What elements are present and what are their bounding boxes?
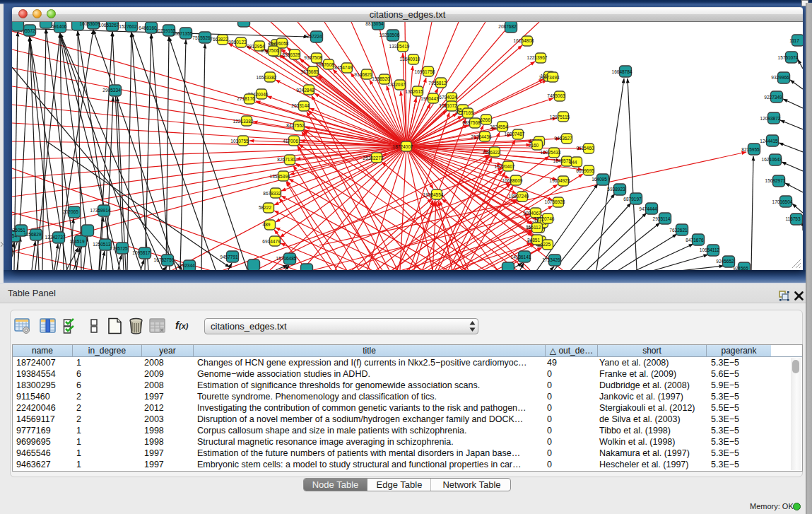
svg-text:9777169: 9777169 xyxy=(455,110,473,115)
svg-text:2718176: 2718176 xyxy=(237,96,255,101)
svg-text:12093872: 12093872 xyxy=(760,116,781,121)
svg-text:18807249: 18807249 xyxy=(509,194,529,199)
svg-text:12975115: 12975115 xyxy=(550,115,570,119)
svg-text:19218506: 19218506 xyxy=(379,33,400,37)
svg-text:1156829: 1156829 xyxy=(24,232,42,237)
svg-text:115112: 115112 xyxy=(526,225,541,230)
svg-text:9084067: 9084067 xyxy=(523,211,541,216)
svg-text:15716485: 15716485 xyxy=(276,256,297,261)
svg-text:9227349: 9227349 xyxy=(764,95,782,100)
svg-text:8454749: 8454749 xyxy=(334,65,353,70)
svg-text:15751074: 15751074 xyxy=(778,55,799,60)
svg-text:8678332: 8678332 xyxy=(263,191,281,196)
svg-text:10688609: 10688609 xyxy=(502,178,523,183)
svg-text:2935114: 2935114 xyxy=(653,216,671,221)
svg-text:10807487: 10807487 xyxy=(505,132,525,136)
svg-text:7663822: 7663822 xyxy=(210,37,228,42)
svg-text:7357224: 7357224 xyxy=(304,34,322,39)
svg-text:1527602: 1527602 xyxy=(119,24,137,29)
svg-text:6699695: 6699695 xyxy=(576,168,594,173)
svg-text:58222: 58222 xyxy=(259,205,271,210)
svg-text:9245652: 9245652 xyxy=(716,259,734,264)
svg-text:6914479: 6914479 xyxy=(262,239,281,244)
svg-text:924565: 924565 xyxy=(733,266,748,270)
svg-text:3624554: 3624554 xyxy=(490,124,508,129)
svg-text:13640910: 13640910 xyxy=(400,57,420,62)
svg-text:10654112: 10654112 xyxy=(700,247,720,252)
svg-text:16648784: 16648784 xyxy=(612,69,632,74)
svg-text:10973493: 10973493 xyxy=(539,75,560,80)
svg-text:5938923: 5938923 xyxy=(607,187,625,192)
svg-text:16543382: 16543382 xyxy=(257,75,277,80)
svg-text:7485063: 7485063 xyxy=(547,93,565,98)
svg-text:6466160: 6466160 xyxy=(139,25,157,30)
svg-text:9146821: 9146821 xyxy=(354,72,372,77)
svg-text:6879197: 6879197 xyxy=(623,197,642,201)
svg-text:1292344: 1292344 xyxy=(177,263,195,268)
svg-text:6897568: 6897568 xyxy=(462,120,481,125)
svg-text:8471676: 8471676 xyxy=(686,238,704,243)
svg-text:10653267: 10653267 xyxy=(99,23,119,28)
svg-text:164095: 164095 xyxy=(592,177,607,182)
svg-text:2160: 2160 xyxy=(529,143,539,148)
svg-text:13325419: 13325419 xyxy=(389,44,410,49)
svg-text:1733426: 1733426 xyxy=(542,257,560,262)
svg-text:6794024: 6794024 xyxy=(439,95,457,100)
svg-text:844: 844 xyxy=(570,160,577,165)
svg-text:9860123: 9860123 xyxy=(228,40,247,45)
svg-text:16961758: 16961758 xyxy=(415,69,435,74)
svg-text:1250513: 1250513 xyxy=(93,242,111,247)
svg-text:8267130: 8267130 xyxy=(277,157,295,162)
svg-text:1322037: 1322037 xyxy=(387,82,406,87)
svg-text:1010755: 1010755 xyxy=(230,139,249,144)
svg-text:16782759: 16782759 xyxy=(154,257,175,262)
svg-text:1621072: 1621072 xyxy=(439,103,457,108)
svg-text:21364436: 21364436 xyxy=(471,134,492,139)
svg-text:202065: 202065 xyxy=(63,209,78,214)
svg-text:8186328: 8186328 xyxy=(282,52,300,57)
svg-text:16210643: 16210643 xyxy=(762,157,782,162)
svg-text:2603144: 2603144 xyxy=(291,103,310,108)
svg-text:1095817: 1095817 xyxy=(132,250,151,255)
svg-text:8813054: 8813054 xyxy=(365,22,384,26)
svg-text:9463627: 9463627 xyxy=(554,136,572,141)
svg-text:3675685: 3675685 xyxy=(300,69,319,74)
svg-text:12342737: 12342737 xyxy=(45,235,66,240)
svg-text:12213967: 12213967 xyxy=(527,55,548,60)
svg-text:25302273: 25302273 xyxy=(363,156,384,160)
svg-text:7632621: 7632621 xyxy=(669,228,688,233)
svg-text:1990443: 1990443 xyxy=(420,96,439,101)
svg-text:17016504: 17016504 xyxy=(772,199,793,204)
svg-text:1588520: 1588520 xyxy=(372,76,390,81)
svg-text:16120746: 16120746 xyxy=(534,216,555,221)
svg-text:9329966: 9329966 xyxy=(771,75,789,80)
svg-text:10025433: 10025433 xyxy=(541,150,561,155)
svg-text:2905334: 2905334 xyxy=(102,88,121,93)
svg-text:1795725: 1795725 xyxy=(110,246,128,251)
svg-text:16154808: 16154808 xyxy=(514,38,534,43)
svg-text:18724007: 18724007 xyxy=(393,144,413,149)
svg-text:1362615: 1362615 xyxy=(405,89,423,94)
svg-text:2087682: 2087682 xyxy=(498,24,517,29)
svg-text:114519: 114519 xyxy=(69,239,85,244)
svg-text:116753: 116753 xyxy=(785,216,801,221)
svg-text:9327506: 9327506 xyxy=(261,48,279,53)
svg-text:14136141: 14136141 xyxy=(511,255,531,259)
svg-text:19654923: 19654923 xyxy=(550,178,570,183)
svg-text:9115460: 9115460 xyxy=(577,146,594,151)
svg-text:12213382: 12213382 xyxy=(233,119,254,124)
svg-text:9474444: 9474444 xyxy=(639,206,657,211)
svg-text:9457791: 9457791 xyxy=(220,255,238,259)
svg-text:15720407: 15720407 xyxy=(495,164,515,169)
svg-text:8427552: 8427552 xyxy=(286,123,305,128)
svg-text:7986322: 7986322 xyxy=(482,150,500,155)
svg-text:10671355: 10671355 xyxy=(172,31,193,36)
svg-text:10756928: 10756928 xyxy=(545,199,565,204)
svg-text:1244415: 1244415 xyxy=(760,139,778,144)
svg-text:489: 489 xyxy=(263,222,271,227)
svg-text:15692971: 15692971 xyxy=(765,178,786,183)
svg-text:13535394: 13535394 xyxy=(270,174,290,179)
svg-text:19384554: 19384554 xyxy=(423,192,444,197)
svg-text:24851: 24851 xyxy=(527,238,540,243)
svg-text:15226058: 15226058 xyxy=(269,41,289,46)
